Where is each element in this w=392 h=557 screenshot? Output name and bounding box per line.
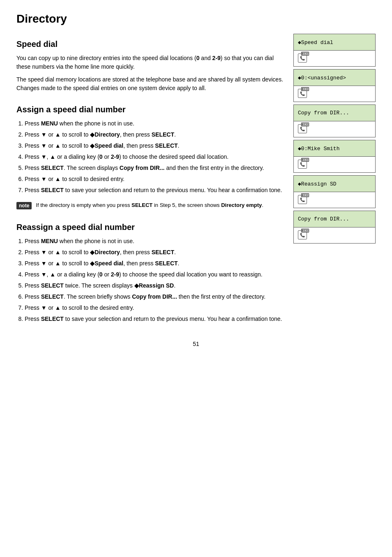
eco-badge-2: ECO <box>301 87 309 91</box>
screen-6-icon-row: 📞ECO <box>294 227 375 242</box>
screen-2-display: ◆0:<unassigned> <box>294 70 375 86</box>
note-label: note <box>16 202 32 209</box>
screen-4: ◆0:Mike Smith 📞ECO <box>293 140 376 173</box>
screen-5-display: ◆Reassign SD <box>294 176 375 192</box>
eco-badge-5: ECO <box>301 193 309 197</box>
assign-step-7: Press SELECT to save your selection and … <box>25 186 285 195</box>
speed-dial-para2: The speed dial memory locations are stor… <box>16 75 285 93</box>
phone-icon-4: 📞ECO <box>298 160 307 169</box>
page-number: 51 <box>16 341 376 347</box>
eco-badge-6: ECO <box>301 229 309 232</box>
reassign-step-5: Press SELECT twice. The screen displays … <box>25 281 285 290</box>
screen-3-icon-row: 📞ECO <box>294 121 375 136</box>
screen-3-display: Copy from DIR... <box>294 105 375 121</box>
phone-icon-5: 📞ECO <box>298 195 307 204</box>
main-content: Speed dial You can copy up to nine direc… <box>16 30 285 328</box>
reassign-step-7: Press ▼ or ▲ to scroll to the desired en… <box>25 304 285 312</box>
assign-step-5: Press SELECT. The screen displays Copy f… <box>25 164 285 172</box>
eco-badge-3: ECO <box>301 123 309 126</box>
screen-4-icon-row: 📞ECO <box>294 157 375 172</box>
screen-5-icon-row: 📞ECO <box>294 192 375 207</box>
screen-3: Copy from DIR... 📞ECO <box>293 104 376 137</box>
screen-1-icon-row: 📞ECO <box>294 51 375 65</box>
phone-icon-2: 📞ECO <box>298 89 307 98</box>
assign-heading: Assign a speed dial number <box>16 105 285 114</box>
assign-steps-list: Press MENU when the phone is not in use.… <box>25 119 285 195</box>
screen-5: ◆Reassign SD 📞ECO <box>293 175 376 208</box>
screens-column: ◆Speed dial 📞ECO ◆0:<unassigned> 📞ECO Co… <box>293 30 376 328</box>
screen-1: ◆Speed dial 📞ECO <box>293 34 376 67</box>
speed-dial-heading: Speed dial <box>16 39 285 49</box>
phone-icon-6: 📞ECO <box>298 230 307 239</box>
screen-6-display: Copy from DIR... <box>294 211 375 227</box>
page-title: Directory <box>16 12 376 26</box>
reassign-step-1: Press MENU when the phone is not in use. <box>25 237 285 246</box>
phone-icon-1: 📞ECO <box>298 53 307 63</box>
note-box: note If the directory is empty when you … <box>16 200 285 210</box>
reassign-heading: Reassign a speed dial number <box>16 223 285 232</box>
reassign-step-3: Press ▼ or ▲ to scroll to ◆Speed dial, t… <box>25 259 285 268</box>
phone-icon-3: 📞ECO <box>298 124 307 133</box>
eco-badge-1: ECO <box>301 52 309 56</box>
screen-4-display: ◆0:Mike Smith <box>294 140 375 157</box>
screen-2: ◆0:<unassigned> 📞ECO <box>293 69 376 102</box>
reassign-step-8: Press SELECT to save your selection and … <box>25 315 285 323</box>
screen-6: Copy from DIR... 📞ECO <box>293 211 376 244</box>
eco-badge-4: ECO <box>301 158 309 162</box>
screen-1-display: ◆Speed dial <box>294 34 375 51</box>
assign-step-6: Press ▼ or ▲ to scroll to desired entry. <box>25 175 285 183</box>
reassign-steps-list: Press MENU when the phone is not in use.… <box>25 237 285 323</box>
speed-dial-para1: You can copy up to nine directory entrie… <box>16 54 285 71</box>
assign-step-2: Press ▼ or ▲ to scroll to ◆Directory, th… <box>25 130 285 139</box>
assign-step-4: Press ▼, ▲ or a dialing key (0 or 2-9) t… <box>25 153 285 161</box>
screen-2-icon-row: 📞ECO <box>294 86 375 101</box>
reassign-step-6: Press SELECT. The screen briefly shows C… <box>25 292 285 301</box>
assign-step-3: Press ▼ or ▲ to scroll to ◆Speed dial, t… <box>25 142 285 150</box>
assign-step-1: Press MENU when the phone is not in use. <box>25 119 285 128</box>
reassign-step-4: Press ▼, ▲ or a dialing key (0 or 2-9) t… <box>25 270 285 279</box>
note-text: If the directory is empty when you press… <box>36 201 263 209</box>
reassign-step-2: Press ▼ or ▲ to scroll to ◆Directory, th… <box>25 248 285 257</box>
